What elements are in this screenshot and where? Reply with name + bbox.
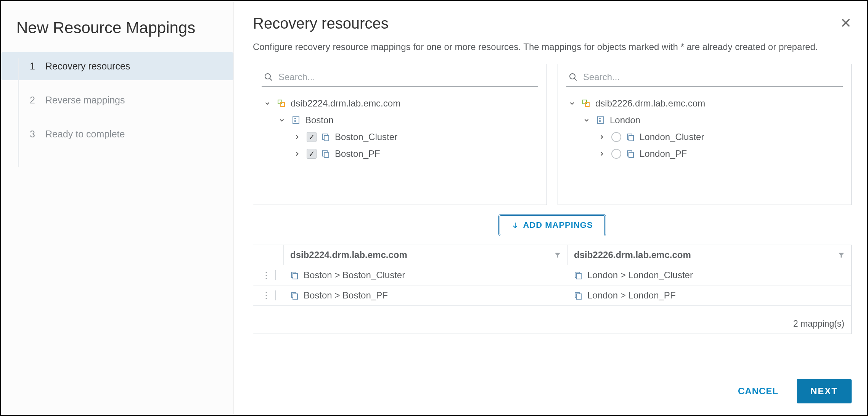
wizard-footer: CANCEL NEXT (253, 361, 852, 403)
svg-point-12 (570, 74, 575, 79)
close-icon[interactable]: ✕ (840, 16, 852, 30)
tree-node-datacenter[interactable]: London (566, 112, 843, 129)
cancel-button[interactable]: CANCEL (731, 380, 785, 403)
tree-node-cluster[interactable]: London_Cluster (566, 129, 843, 145)
datacenter-icon (291, 116, 301, 125)
tree-node-cluster[interactable]: ✓ Boston_Cluster (262, 129, 538, 145)
mappings-table: dsib2224.drm.lab.emc.com dsib2226.drm.la… (253, 245, 852, 334)
svg-rect-15 (585, 103, 589, 106)
add-mappings-row: ADD MAPPINGS (253, 205, 852, 245)
tree-node-vcenter[interactable]: dsib2224.drm.lab.emc.com (262, 95, 538, 112)
filter-icon[interactable] (837, 251, 845, 259)
tree-label: London_Cluster (640, 132, 704, 142)
divider (275, 290, 276, 300)
divider (275, 270, 276, 280)
table-header-target[interactable]: dsib2226.drm.lab.emc.com (567, 245, 851, 265)
search-input[interactable] (278, 72, 536, 82)
table-handle-column (253, 245, 284, 265)
table-header-source[interactable]: dsib2224.drm.lab.emc.com (284, 245, 567, 265)
vcenter-icon (277, 99, 286, 108)
table-row[interactable]: ⋮ Boston > Boston_PF London > London_PF (253, 285, 851, 306)
row-actions-handle[interactable]: ⋮ (253, 266, 284, 284)
table-cell-source: Boston > Boston_PF (284, 285, 567, 305)
cluster-checkbox[interactable]: ✓ (307, 132, 317, 142)
cluster-icon (574, 271, 583, 280)
target-resources-panel: dsib2226.drm.lab.emc.com London (558, 64, 852, 205)
step-number: 1 (28, 61, 37, 72)
wizard-step-ready-to-complete[interactable]: 3 Ready to complete (1, 120, 233, 148)
next-button[interactable]: NEXT (797, 379, 852, 403)
add-mappings-label: ADD MAPPINGS (523, 220, 593, 230)
table-cell-source: Boston > Boston_Cluster (284, 265, 567, 285)
cluster-icon (290, 271, 299, 280)
source-resources-panel: dsib2224.drm.lab.emc.com Boston (253, 64, 547, 205)
tree-node-cluster[interactable]: London_PF (566, 145, 843, 162)
tree-node-cluster[interactable]: ✓ Boston_PF (262, 145, 538, 162)
tree-node-datacenter[interactable]: Boston (262, 112, 538, 129)
svg-marker-26 (839, 253, 844, 258)
cluster-icon (321, 149, 330, 158)
svg-line-13 (574, 78, 577, 81)
svg-rect-23 (629, 152, 633, 158)
tree-label: dsib2226.drm.lab.emc.com (595, 98, 705, 109)
table-footer: 2 mapping(s) (253, 314, 851, 334)
sidebar-step-track (18, 58, 19, 167)
tree-node-vcenter[interactable]: dsib2226.drm.lab.emc.com (566, 95, 843, 112)
chevron-down-icon[interactable] (583, 117, 592, 124)
source-search[interactable] (262, 71, 538, 87)
table-header-row: dsib2224.drm.lab.emc.com dsib2226.drm.la… (253, 245, 851, 265)
table-spacer (253, 306, 851, 314)
kebab-icon: ⋮ (262, 270, 271, 281)
svg-rect-21 (629, 135, 633, 141)
row-actions-handle[interactable]: ⋮ (253, 286, 284, 305)
table-header-label: dsib2224.drm.lab.emc.com (290, 250, 407, 260)
page-description: Configure recovery resource mappings for… (253, 40, 833, 54)
chevron-right-icon[interactable] (294, 134, 302, 140)
step-number: 3 (28, 129, 37, 140)
svg-line-1 (270, 78, 272, 81)
search-icon (569, 73, 578, 82)
filter-icon[interactable] (554, 251, 561, 259)
table-cell-target: London > London_PF (567, 285, 851, 305)
mapping-count: 2 mapping(s) (793, 319, 844, 329)
step-label: Ready to complete (45, 129, 125, 140)
svg-rect-30 (577, 274, 581, 279)
cluster-icon (574, 291, 583, 300)
cluster-radio[interactable] (611, 149, 621, 159)
cluster-radio[interactable] (611, 132, 621, 142)
chevron-right-icon[interactable] (294, 150, 302, 157)
tree-label: Boston_Cluster (335, 132, 397, 142)
chevron-down-icon[interactable] (569, 100, 577, 107)
datacenter-icon (596, 116, 605, 125)
resource-panels: dsib2224.drm.lab.emc.com Boston (253, 64, 852, 205)
svg-rect-34 (577, 294, 581, 299)
vcenter-icon (582, 99, 591, 108)
step-label: Reverse mappings (45, 95, 125, 106)
tree-label: Boston_PF (335, 148, 380, 159)
chevron-down-icon[interactable] (264, 100, 272, 107)
source-tree: dsib2224.drm.lab.emc.com Boston (262, 95, 538, 162)
chevron-right-icon[interactable] (598, 150, 607, 157)
wizard-sidebar: New Resource Mappings 1 Recovery resourc… (1, 1, 234, 415)
wizard-step-recovery-resources[interactable]: 1 Recovery resources (1, 52, 233, 80)
svg-rect-11 (324, 152, 329, 158)
svg-rect-2 (278, 100, 282, 104)
chevron-right-icon[interactable] (598, 134, 607, 140)
tree-label: Boston (305, 115, 334, 126)
chevron-down-icon[interactable] (278, 117, 287, 124)
add-mappings-button[interactable]: ADD MAPPINGS (498, 214, 606, 236)
table-row[interactable]: ⋮ Boston > Boston_Cluster London > Londo… (253, 265, 851, 285)
cluster-checkbox[interactable]: ✓ (307, 149, 317, 159)
wizard-step-reverse-mappings[interactable]: 2 Reverse mappings (1, 86, 233, 114)
table-cell-target: London > London_Cluster (567, 265, 851, 285)
cell-text: London > London_Cluster (587, 270, 693, 281)
target-search[interactable] (566, 71, 843, 87)
search-input[interactable] (583, 72, 841, 82)
table-header-label: dsib2226.drm.lab.emc.com (574, 250, 691, 260)
cluster-icon (626, 149, 635, 158)
svg-marker-25 (555, 253, 561, 258)
svg-rect-9 (324, 135, 329, 141)
step-label: Recovery resources (45, 61, 130, 72)
cluster-icon (321, 132, 330, 142)
cluster-icon (626, 132, 635, 142)
